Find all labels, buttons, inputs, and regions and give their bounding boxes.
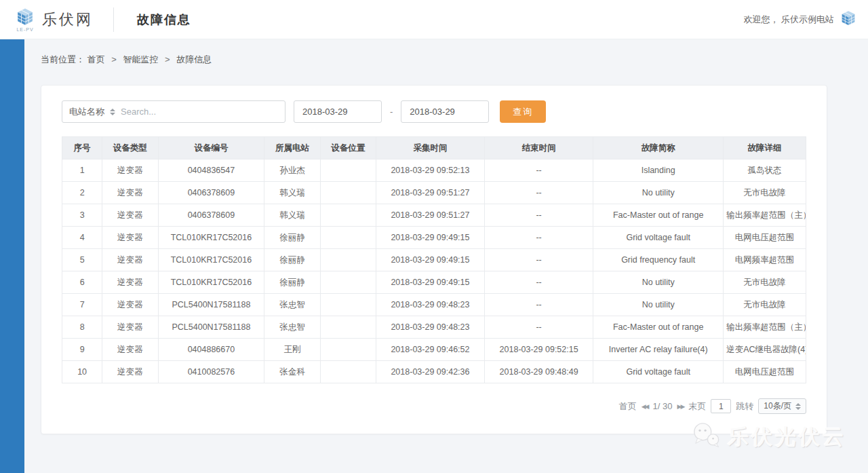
table-row: 7逆变器PCL5400N17581188张忠智2018-03-29 09:48:… xyxy=(62,294,806,316)
table-cell: 2018-03-29 09:49:15 xyxy=(376,249,484,271)
table-cell: 无市电故障 xyxy=(724,182,806,204)
breadcrumb: 当前位置： 首页 > 智能监控 > 故障信息 xyxy=(41,39,827,66)
breadcrumb-label: 当前位置： xyxy=(41,54,85,64)
table-cell: -- xyxy=(485,271,593,294)
lepv-logo-icon: LE-PV xyxy=(15,7,35,32)
table-cell: No utility xyxy=(593,271,724,294)
table-cell: -- xyxy=(485,249,593,271)
search-input[interactable] xyxy=(121,107,278,117)
table-cell: Grid voltage fault xyxy=(593,361,724,383)
date-from-input[interactable] xyxy=(294,100,382,123)
table-cell: -- xyxy=(485,204,593,227)
filter-bar: 电站名称 - 查询 xyxy=(62,100,806,123)
table-row: 5逆变器TCL010KR17C52016徐丽静2018-03-29 09:49:… xyxy=(62,249,806,271)
table-cell: 电网电压超范围 xyxy=(724,227,806,249)
table-cell: 逆变器 xyxy=(102,271,158,294)
table-cell: 逆变器 xyxy=(102,204,158,227)
table-cell: 输出频率超范围（主） xyxy=(724,316,806,339)
select-updown-icon[interactable] xyxy=(110,109,115,115)
jump-page-input[interactable] xyxy=(711,399,731,413)
column-header: 故障详细 xyxy=(724,137,806,159)
table-cell: 6 xyxy=(62,271,102,294)
table-cell: 孙业杰 xyxy=(264,159,320,182)
table-cell: 电网频率超范围 xyxy=(724,249,806,271)
table-cell xyxy=(320,159,376,182)
page-indicator: 1/ 30 xyxy=(653,401,673,411)
select-updown-icon xyxy=(795,403,801,410)
table-cell: 张忠智 xyxy=(264,316,320,339)
table-cell: 无市电故障 xyxy=(724,294,806,316)
welcome-text[interactable]: 欢迎您， 乐伏示例电站 xyxy=(743,14,834,26)
breadcrumb-item-home[interactable]: 首页 xyxy=(87,54,105,64)
table-cell xyxy=(320,182,376,204)
table-cell: 5 xyxy=(62,249,102,271)
page-size-select[interactable]: 10条/页 xyxy=(758,398,806,414)
table-cell xyxy=(320,294,376,316)
table-cell: Fac-Master out of range xyxy=(593,316,724,339)
table-cell: 逆变器 xyxy=(102,249,158,271)
table-cell: 韩义瑞 xyxy=(264,182,320,204)
date-to-input[interactable] xyxy=(401,100,489,123)
table-cell: 徐丽静 xyxy=(264,271,320,294)
station-search-box[interactable]: 电站名称 xyxy=(62,100,285,123)
table-cell: 孤岛状态 xyxy=(724,159,806,182)
table-cell: 2018-03-29 09:48:49 xyxy=(485,361,593,383)
fault-table: 序号设备类型设备编号所属电站设备位置采集时间结束时间故障简称故障详细 1逆变器0… xyxy=(62,136,806,383)
table-row: 1逆变器0404836547孙业杰2018-03-29 09:52:13--Is… xyxy=(62,159,806,182)
query-button[interactable]: 查询 xyxy=(500,100,546,123)
prev-page-icon[interactable]: ◀◀ xyxy=(642,403,648,410)
station-name-select[interactable]: 电站名称 xyxy=(69,106,104,118)
column-header: 故障简称 xyxy=(593,137,724,159)
table-cell: 无市电故障 xyxy=(724,271,806,294)
top-header: LE-PV 乐伏网 故障信息 欢迎您， 乐伏示例电站 xyxy=(0,0,868,39)
left-rail xyxy=(0,39,24,473)
table-cell: 2018-03-29 09:51:27 xyxy=(376,182,484,204)
breadcrumb-separator: > xyxy=(111,54,117,64)
brand-logo[interactable]: LE-PV 乐伏网 xyxy=(0,7,93,32)
table-cell: No utility xyxy=(593,182,724,204)
table-cell: 4 xyxy=(62,227,102,249)
welcome-area: 欢迎您， 乐伏示例电站 xyxy=(743,10,868,29)
table-cell: 7 xyxy=(62,294,102,316)
next-page-icon[interactable]: ▶▶ xyxy=(677,403,684,410)
table-row: 2逆变器0406378609韩义瑞2018-03-29 09:51:27--No… xyxy=(62,182,806,204)
table-cell: 逆变器 xyxy=(102,339,158,361)
table-cell: 逆变AC继电器故障(4) xyxy=(724,339,806,361)
table-cell: 输出频率超范围（主） xyxy=(724,204,806,227)
last-page-link[interactable]: 末页 xyxy=(688,400,706,413)
table-cell: PCL5400N17581188 xyxy=(158,294,264,316)
table-cell: -- xyxy=(485,294,593,316)
table-cell xyxy=(320,361,376,383)
table-cell: 2018-03-29 09:48:23 xyxy=(376,294,484,316)
table-row: 3逆变器0406378609韩义瑞2018-03-29 09:51:27--Fa… xyxy=(62,204,806,227)
table-row: 10逆变器0410082576张金科2018-03-29 09:42:36201… xyxy=(62,361,806,383)
table-cell: 张金科 xyxy=(264,361,320,383)
table-cell: Grid frequency fault xyxy=(593,249,724,271)
table-row: 8逆变器PCL5400N17581188张忠智2018-03-29 09:48:… xyxy=(62,316,806,339)
table-cell xyxy=(320,249,376,271)
table-cell: 0410082576 xyxy=(158,361,264,383)
table-cell: 2018-03-29 09:51:27 xyxy=(376,204,484,227)
table-cell xyxy=(320,204,376,227)
breadcrumb-item-fault[interactable]: 故障信息 xyxy=(176,54,212,64)
table-cell: TCL010KR17C52016 xyxy=(158,249,264,271)
first-page-link[interactable]: 首页 xyxy=(619,400,637,413)
table-cell: -- xyxy=(485,182,593,204)
table-cell: 电网电压超范围 xyxy=(724,361,806,383)
page-title: 故障信息 xyxy=(137,12,191,28)
table-cell: 2018-03-29 09:46:52 xyxy=(376,339,484,361)
table-cell xyxy=(320,316,376,339)
table-cell: 逆变器 xyxy=(102,159,158,182)
date-range-separator: - xyxy=(390,107,393,117)
table-cell: Islanding xyxy=(593,159,724,182)
main-content: 当前位置： 首页 > 智能监控 > 故障信息 电站名称 - 查询 xyxy=(24,39,868,473)
table-row: 4逆变器TCL010KR17C52016徐丽静2018-03-29 09:49:… xyxy=(62,227,806,249)
table-cell: 2018-03-29 09:52:13 xyxy=(376,159,484,182)
breadcrumb-item-monitor[interactable]: 智能监控 xyxy=(123,54,158,64)
table-cell: 0406378609 xyxy=(158,204,264,227)
table-cell: 2018-03-29 09:52:15 xyxy=(485,339,593,361)
table-cell: Fac-Master out of range xyxy=(593,204,724,227)
table-cell: TCL010KR17C52016 xyxy=(158,227,264,249)
table-cell: PCL5400N17581188 xyxy=(158,316,264,339)
brand-subtext: LE-PV xyxy=(16,27,33,32)
